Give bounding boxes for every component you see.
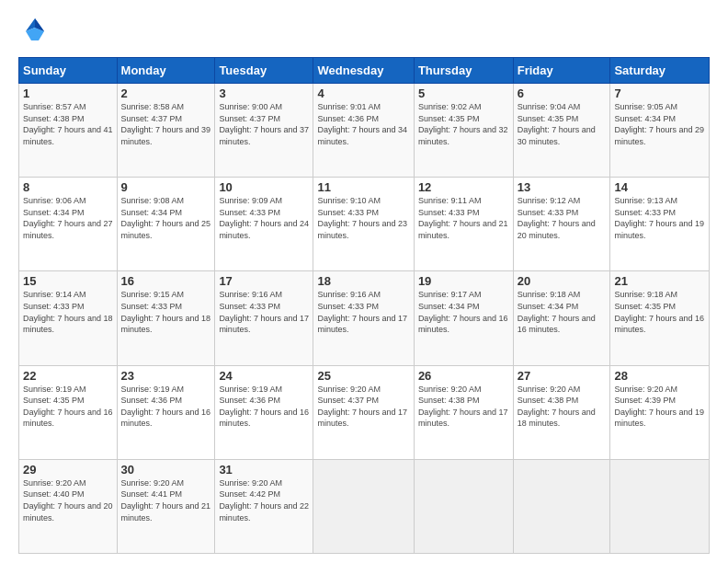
day-info: Sunrise: 9:11 AM Sunset: 4:33 PM Dayligh…	[418, 195, 509, 241]
calendar-day-cell: 4 Sunrise: 9:01 AM Sunset: 4:36 PM Dayli…	[313, 84, 414, 178]
calendar-day-cell: 15 Sunrise: 9:14 AM Sunset: 4:33 PM Dayl…	[19, 271, 118, 365]
day-number: 3	[219, 86, 309, 100]
day-number: 12	[418, 180, 509, 194]
day-info: Sunrise: 9:16 AM Sunset: 4:33 PM Dayligh…	[219, 289, 309, 335]
day-info: Sunrise: 9:19 AM Sunset: 4:36 PM Dayligh…	[219, 384, 309, 430]
calendar-day-cell: 10 Sunrise: 9:09 AM Sunset: 4:33 PM Dayl…	[215, 178, 313, 271]
day-info: Sunrise: 8:57 AM Sunset: 4:38 PM Dayligh…	[23, 101, 113, 147]
calendar-week-row: 22 Sunrise: 9:19 AM Sunset: 4:35 PM Dayl…	[19, 365, 710, 459]
day-number: 27	[518, 369, 607, 383]
day-of-week-header: Sunday	[19, 58, 118, 84]
day-info: Sunrise: 9:17 AM Sunset: 4:34 PM Dayligh…	[418, 289, 509, 335]
day-of-week-header: Tuesday	[215, 58, 313, 84]
day-number: 2	[121, 86, 211, 100]
calendar-day-cell: 3 Sunrise: 9:00 AM Sunset: 4:37 PM Dayli…	[215, 84, 313, 178]
day-number: 30	[121, 463, 211, 477]
calendar-day-cell: 21 Sunrise: 9:18 AM Sunset: 4:35 PM Dayl…	[610, 271, 710, 365]
calendar-day-cell: 18 Sunrise: 9:16 AM Sunset: 4:33 PM Dayl…	[313, 271, 414, 365]
day-of-week-header: Thursday	[414, 58, 513, 84]
logo	[18, 15, 55, 48]
calendar-day-cell: 17 Sunrise: 9:16 AM Sunset: 4:33 PM Dayl…	[215, 271, 313, 365]
day-number: 20	[518, 274, 607, 288]
calendar-week-row: 1 Sunrise: 8:57 AM Sunset: 4:38 PM Dayli…	[19, 84, 710, 178]
day-number: 22	[23, 369, 113, 383]
day-info: Sunrise: 9:16 AM Sunset: 4:33 PM Dayligh…	[317, 289, 409, 335]
day-info: Sunrise: 9:10 AM Sunset: 4:33 PM Dayligh…	[317, 195, 409, 241]
day-number: 10	[219, 180, 309, 194]
calendar-day-cell: 9 Sunrise: 9:08 AM Sunset: 4:34 PM Dayli…	[117, 178, 215, 271]
day-number: 31	[219, 463, 309, 477]
day-info: Sunrise: 9:20 AM Sunset: 4:39 PM Dayligh…	[614, 384, 705, 430]
day-number: 9	[121, 180, 211, 194]
day-of-week-header: Saturday	[610, 58, 710, 84]
calendar-header-row: SundayMondayTuesdayWednesdayThursdayFrid…	[19, 58, 710, 84]
calendar-day-cell: 20 Sunrise: 9:18 AM Sunset: 4:34 PM Dayl…	[513, 271, 610, 365]
day-info: Sunrise: 8:58 AM Sunset: 4:37 PM Dayligh…	[121, 101, 211, 147]
day-number: 25	[317, 369, 409, 383]
day-number: 26	[418, 369, 509, 383]
day-number: 17	[219, 274, 309, 288]
day-info: Sunrise: 9:15 AM Sunset: 4:33 PM Dayligh…	[121, 289, 211, 335]
calendar-day-cell: 5 Sunrise: 9:02 AM Sunset: 4:35 PM Dayli…	[414, 84, 513, 178]
calendar-day-cell: 16 Sunrise: 9:15 AM Sunset: 4:33 PM Dayl…	[117, 271, 215, 365]
calendar-day-cell	[513, 459, 610, 553]
day-number: 5	[418, 86, 509, 100]
calendar-day-cell: 14 Sunrise: 9:13 AM Sunset: 4:33 PM Dayl…	[610, 178, 710, 271]
day-info: Sunrise: 9:09 AM Sunset: 4:33 PM Dayligh…	[219, 195, 309, 241]
logo-icon	[18, 15, 51, 48]
day-info: Sunrise: 9:20 AM Sunset: 4:38 PM Dayligh…	[418, 384, 509, 430]
day-info: Sunrise: 9:20 AM Sunset: 4:42 PM Dayligh…	[219, 477, 309, 523]
day-number: 14	[614, 180, 705, 194]
day-info: Sunrise: 9:05 AM Sunset: 4:34 PM Dayligh…	[614, 101, 705, 147]
calendar-day-cell: 29 Sunrise: 9:20 AM Sunset: 4:40 PM Dayl…	[19, 459, 118, 553]
calendar-day-cell: 30 Sunrise: 9:20 AM Sunset: 4:41 PM Dayl…	[117, 459, 215, 553]
calendar-day-cell: 1 Sunrise: 8:57 AM Sunset: 4:38 PM Dayli…	[19, 84, 118, 178]
day-info: Sunrise: 9:00 AM Sunset: 4:37 PM Dayligh…	[219, 101, 309, 147]
day-info: Sunrise: 9:04 AM Sunset: 4:35 PM Dayligh…	[518, 101, 607, 147]
day-info: Sunrise: 9:06 AM Sunset: 4:34 PM Dayligh…	[23, 195, 113, 241]
day-number: 19	[418, 274, 509, 288]
day-number: 16	[121, 274, 211, 288]
calendar-day-cell: 26 Sunrise: 9:20 AM Sunset: 4:38 PM Dayl…	[414, 365, 513, 459]
day-info: Sunrise: 9:18 AM Sunset: 4:35 PM Dayligh…	[614, 289, 705, 335]
day-info: Sunrise: 9:20 AM Sunset: 4:38 PM Dayligh…	[518, 384, 607, 430]
day-info: Sunrise: 9:14 AM Sunset: 4:33 PM Dayligh…	[23, 289, 113, 335]
calendar-day-cell: 24 Sunrise: 9:19 AM Sunset: 4:36 PM Dayl…	[215, 365, 313, 459]
day-number: 8	[23, 180, 113, 194]
day-number: 4	[317, 86, 409, 100]
day-number: 29	[23, 463, 113, 477]
day-info: Sunrise: 9:12 AM Sunset: 4:33 PM Dayligh…	[518, 195, 607, 241]
calendar-day-cell: 25 Sunrise: 9:20 AM Sunset: 4:37 PM Dayl…	[313, 365, 414, 459]
calendar-day-cell	[313, 459, 414, 553]
header	[18, 15, 710, 48]
day-info: Sunrise: 9:01 AM Sunset: 4:36 PM Dayligh…	[317, 101, 409, 147]
day-info: Sunrise: 9:02 AM Sunset: 4:35 PM Dayligh…	[418, 101, 509, 147]
day-info: Sunrise: 9:19 AM Sunset: 4:35 PM Dayligh…	[23, 384, 113, 430]
page: SundayMondayTuesdayWednesdayThursdayFrid…	[0, 0, 728, 563]
day-number: 24	[219, 369, 309, 383]
day-number: 23	[121, 369, 211, 383]
day-number: 28	[614, 369, 705, 383]
calendar: SundayMondayTuesdayWednesdayThursdayFrid…	[18, 57, 710, 554]
day-info: Sunrise: 9:08 AM Sunset: 4:34 PM Dayligh…	[121, 195, 211, 241]
day-info: Sunrise: 9:19 AM Sunset: 4:36 PM Dayligh…	[121, 384, 211, 430]
day-number: 7	[614, 86, 705, 100]
calendar-day-cell: 13 Sunrise: 9:12 AM Sunset: 4:33 PM Dayl…	[513, 178, 610, 271]
day-number: 6	[518, 86, 607, 100]
day-info: Sunrise: 9:20 AM Sunset: 4:37 PM Dayligh…	[317, 384, 409, 430]
day-number: 15	[23, 274, 113, 288]
day-info: Sunrise: 9:13 AM Sunset: 4:33 PM Dayligh…	[614, 195, 705, 241]
calendar-day-cell: 19 Sunrise: 9:17 AM Sunset: 4:34 PM Dayl…	[414, 271, 513, 365]
day-info: Sunrise: 9:20 AM Sunset: 4:40 PM Dayligh…	[23, 477, 113, 523]
day-number: 1	[23, 86, 113, 100]
calendar-week-row: 15 Sunrise: 9:14 AM Sunset: 4:33 PM Dayl…	[19, 271, 710, 365]
calendar-day-cell: 8 Sunrise: 9:06 AM Sunset: 4:34 PM Dayli…	[19, 178, 118, 271]
day-info: Sunrise: 9:18 AM Sunset: 4:34 PM Dayligh…	[518, 289, 607, 335]
day-of-week-header: Monday	[117, 58, 215, 84]
calendar-day-cell: 7 Sunrise: 9:05 AM Sunset: 4:34 PM Dayli…	[610, 84, 710, 178]
calendar-day-cell: 27 Sunrise: 9:20 AM Sunset: 4:38 PM Dayl…	[513, 365, 610, 459]
day-of-week-header: Wednesday	[313, 58, 414, 84]
calendar-day-cell: 2 Sunrise: 8:58 AM Sunset: 4:37 PM Dayli…	[117, 84, 215, 178]
calendar-day-cell: 31 Sunrise: 9:20 AM Sunset: 4:42 PM Dayl…	[215, 459, 313, 553]
calendar-day-cell: 12 Sunrise: 9:11 AM Sunset: 4:33 PM Dayl…	[414, 178, 513, 271]
